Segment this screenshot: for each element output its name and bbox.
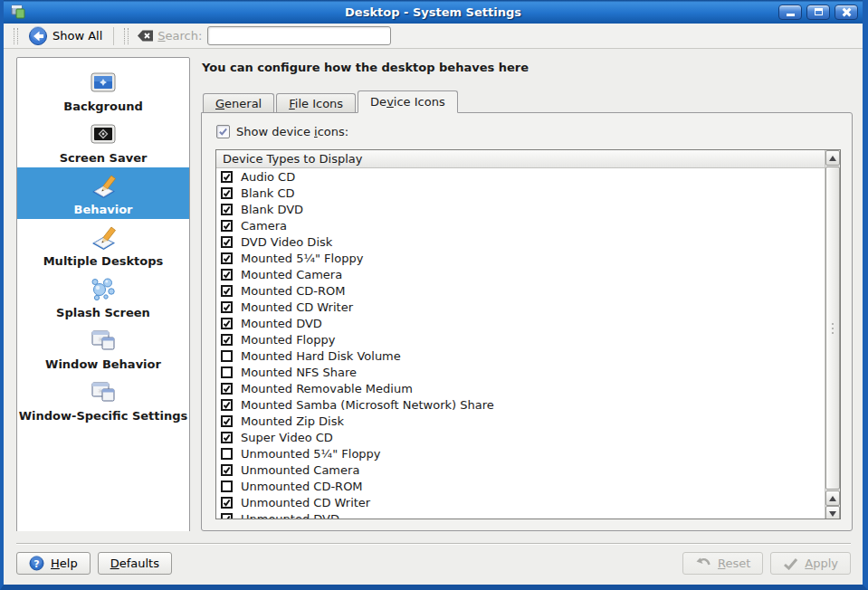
- behavior-icon: [88, 171, 119, 202]
- check-icon: [223, 433, 231, 442]
- toolbar-drag-handle[interactable]: [124, 28, 129, 44]
- device-type-row[interactable]: Mounted DVD: [216, 315, 825, 331]
- apply-check-icon: [783, 557, 798, 570]
- toolbar-drag-handle[interactable]: [14, 28, 18, 44]
- arrow-down-icon: [829, 511, 836, 517]
- scroll-up-button[interactable]: [825, 150, 840, 166]
- check-icon: [223, 384, 231, 394]
- sidebar-item-window-specific-settings[interactable]: ✳ Window-Specific Settings: [17, 374, 189, 425]
- sidebar-item-behavior[interactable]: Behavior: [17, 167, 189, 219]
- check-icon: [223, 205, 231, 214]
- help-label: Help: [51, 557, 78, 570]
- device-type-row[interactable]: Camera: [216, 217, 825, 233]
- device-types-list: Device Types to Display Audio CD Blank C…: [215, 149, 841, 519]
- check-icon: [223, 400, 231, 410]
- device-type-row[interactable]: Mounted Camera: [216, 266, 825, 282]
- minimize-button[interactable]: [778, 5, 802, 20]
- device-type-checkbox[interactable]: [221, 334, 233, 346]
- device-type-row[interactable]: Mounted Floppy: [216, 331, 825, 347]
- device-type-checkbox[interactable]: [221, 513, 233, 519]
- reset-label: Reset: [718, 557, 750, 570]
- list-column-header[interactable]: Device Types to Display: [216, 150, 825, 168]
- device-type-row[interactable]: DVD Video Disk: [216, 233, 825, 250]
- sidebar-item-window-behavior[interactable]: ✳ Window Behavior: [17, 322, 189, 374]
- device-type-checkbox[interactable]: [221, 383, 233, 395]
- show-device-icons-label: Show device icons:: [236, 125, 348, 138]
- scroll-up-button-bottom[interactable]: [825, 490, 840, 506]
- device-type-row[interactable]: Mounted Zip Disk: [216, 413, 825, 429]
- sidebar-item-background[interactable]: Background: [17, 64, 189, 116]
- device-type-checkbox[interactable]: [221, 464, 233, 476]
- show-all-button[interactable]: Show All: [23, 24, 108, 48]
- tab-bar: GeneralFile IconsDevice Icons: [203, 90, 853, 112]
- help-icon: ?: [29, 556, 44, 571]
- device-type-row[interactable]: Mounted Samba (Microsoft Network) Share: [216, 396, 825, 413]
- device-type-checkbox[interactable]: [221, 220, 233, 232]
- scroll-down-button[interactable]: [825, 506, 840, 519]
- window-specific-settings-icon: ✳: [88, 377, 119, 408]
- scrollbar-thumb[interactable]: [825, 167, 840, 490]
- device-type-checkbox[interactable]: [221, 415, 233, 427]
- content-area: Background Screen Saver Behavior Multipl…: [4, 49, 863, 531]
- tab-device-icons[interactable]: Device Icons: [358, 90, 458, 113]
- device-type-row[interactable]: Unmounted Camera: [216, 462, 825, 478]
- device-type-row[interactable]: Mounted CD-ROM: [216, 282, 825, 299]
- device-type-row[interactable]: Super Video CD: [216, 429, 825, 445]
- defaults-button[interactable]: Defaults: [98, 552, 172, 575]
- device-type-row[interactable]: Blank DVD: [216, 201, 825, 217]
- device-type-row[interactable]: Blank CD: [216, 185, 825, 201]
- device-type-row[interactable]: Unmounted DVD: [216, 510, 825, 519]
- tab-file-icons[interactable]: File Icons: [276, 93, 356, 112]
- titlebar: Desktop - System Settings: [4, 0, 863, 24]
- device-type-row[interactable]: Audio CD: [216, 168, 825, 185]
- device-type-checkbox[interactable]: [221, 252, 233, 264]
- show-device-icons-row: Show device icons:: [216, 125, 841, 138]
- sidebar-item-multiple-desktops[interactable]: Multiple Desktops: [17, 219, 189, 271]
- device-type-row[interactable]: Mounted 5¼" Floppy: [216, 250, 825, 266]
- device-type-checkbox[interactable]: [221, 285, 233, 297]
- device-type-checkbox[interactable]: [221, 318, 233, 329]
- svg-text:?: ?: [33, 558, 39, 570]
- tab-general[interactable]: General: [203, 93, 274, 112]
- reset-button[interactable]: Reset: [682, 552, 763, 575]
- device-type-checkbox[interactable]: [221, 301, 233, 313]
- device-type-checkbox[interactable]: [221, 171, 233, 183]
- device-type-checkbox[interactable]: [221, 432, 233, 443]
- device-type-checkbox[interactable]: [221, 269, 233, 281]
- thumb-grip-icon: [832, 323, 834, 325]
- check-icon: [223, 188, 231, 198]
- apply-button[interactable]: Apply: [770, 552, 851, 575]
- arrow-up-icon: [829, 496, 836, 501]
- clear-search-icon[interactable]: [137, 29, 154, 43]
- device-type-checkbox[interactable]: [221, 399, 233, 411]
- help-button[interactable]: ? Help: [16, 552, 91, 575]
- device-type-row[interactable]: Mounted Removable Medium: [216, 380, 825, 396]
- reset-undo-icon: [695, 557, 711, 570]
- sidebar-item-splash-screen[interactable]: Splash Screen: [17, 271, 189, 322]
- desktop-background-icon: [88, 68, 119, 99]
- maximize-button[interactable]: [806, 5, 830, 20]
- device-type-checkbox[interactable]: [221, 497, 233, 509]
- check-icon: [223, 286, 231, 296]
- check-icon: [223, 514, 231, 519]
- search-input[interactable]: [207, 26, 391, 45]
- close-button[interactable]: [835, 5, 858, 20]
- device-type-checkbox[interactable]: [221, 448, 233, 460]
- device-type-checkbox[interactable]: [221, 350, 233, 362]
- device-type-row[interactable]: Unmounted 5¼" Floppy: [216, 445, 825, 462]
- device-type-checkbox[interactable]: [221, 366, 233, 378]
- device-type-checkbox[interactable]: [221, 481, 233, 492]
- device-type-row[interactable]: Mounted Hard Disk Volume: [216, 347, 825, 364]
- device-type-checkbox[interactable]: [221, 236, 233, 248]
- sidebar-item-screen-saver[interactable]: Screen Saver: [17, 116, 189, 167]
- device-type-row[interactable]: Unmounted CD Writer: [216, 494, 825, 510]
- device-type-row[interactable]: Mounted CD Writer: [216, 299, 825, 315]
- check-icon: [223, 465, 231, 475]
- device-type-checkbox[interactable]: [221, 204, 233, 215]
- vertical-scrollbar[interactable]: [825, 150, 840, 519]
- device-type-checkbox[interactable]: [221, 187, 233, 199]
- show-device-icons-checkbox[interactable]: [216, 125, 230, 138]
- window-controls: [778, 5, 858, 20]
- device-type-row[interactable]: Unmounted CD-ROM: [216, 478, 825, 494]
- device-type-row[interactable]: Mounted NFS Share: [216, 364, 825, 380]
